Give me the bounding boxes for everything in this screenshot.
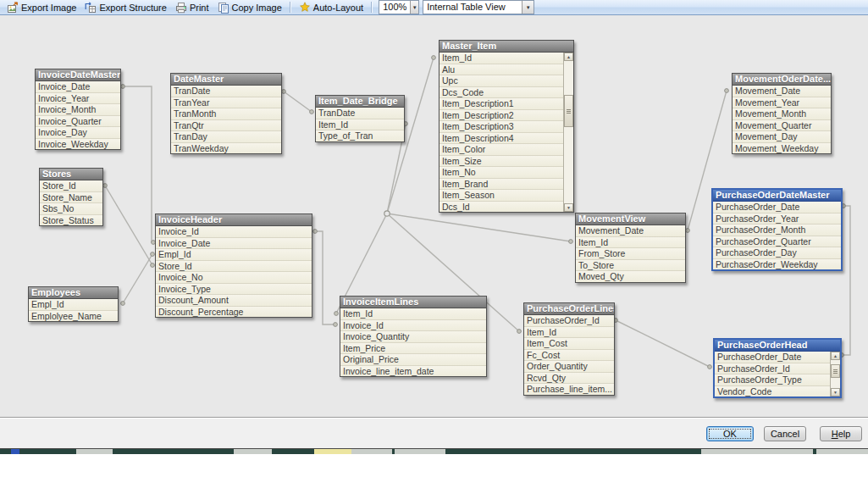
table-field[interactable]: Empl_Id <box>29 299 118 310</box>
table-title[interactable]: MovementOderDate... <box>733 74 831 86</box>
ok-button[interactable]: OK <box>706 426 754 441</box>
table-field[interactable]: PurchaseOrder_Weekday <box>713 258 841 270</box>
table-field[interactable]: Invoice_Date <box>156 237 312 249</box>
table-title[interactable]: Stores <box>40 169 102 180</box>
scroll-track[interactable] <box>831 360 840 388</box>
scroll-up-icon[interactable]: ▲ <box>564 53 573 61</box>
view-mode-select[interactable]: Internal Table View ▼ <box>423 0 534 14</box>
scroll-down-icon[interactable]: ▼ <box>831 388 840 396</box>
table-field[interactable]: Invoice_Month <box>36 103 120 115</box>
table-invoicedatemaster[interactable]: InvoiceDateMasterInvoice_DateInvoice_Yea… <box>35 69 121 150</box>
table-invoiceitemlines[interactable]: InvoiceItemLinesItem_IdInvoice_IdInvoice… <box>340 296 487 377</box>
table-field[interactable]: Item_Id <box>440 53 573 64</box>
scroll-down-icon[interactable]: ▼ <box>564 203 573 212</box>
table-field[interactable]: Type_of_Tran <box>316 130 404 141</box>
table-employees[interactable]: EmployeesEmpl_IdEmplolyee_Name <box>28 286 119 322</box>
table-field[interactable]: PurchaseOrder_Date <box>713 202 841 213</box>
table-field[interactable]: PurchaseOrder_Day <box>713 247 841 258</box>
table-field[interactable]: Movement_Day <box>733 130 831 142</box>
table-scrollbar[interactable]: ▲▼ <box>830 352 840 396</box>
table-field[interactable]: Item_Id <box>340 308 486 319</box>
table-field[interactable]: Dcs_Id <box>440 201 573 213</box>
table-field[interactable]: Item_Id <box>316 119 404 130</box>
table-field[interactable]: Invoice_Date <box>36 81 120 92</box>
scroll-thumb[interactable] <box>564 95 573 127</box>
table-field[interactable]: Invoice_Day <box>36 126 120 138</box>
table-field[interactable]: TranDate <box>171 86 281 97</box>
table-field[interactable]: Store_Id <box>156 260 312 272</box>
table-field[interactable]: Item_Description1 <box>440 97 573 109</box>
table-field[interactable]: TranDay <box>171 130 281 142</box>
table-field[interactable]: Invoice_Id <box>340 319 486 331</box>
table-field[interactable]: Dcs_Code <box>440 86 573 98</box>
scroll-up-icon[interactable]: ▲ <box>831 352 840 360</box>
table-field[interactable]: Item_Description4 <box>440 132 573 144</box>
table-field[interactable]: PurchaseOrder_Month <box>713 224 841 236</box>
table-field[interactable]: To_Store <box>576 259 685 271</box>
table-field[interactable]: Sbs_No <box>40 202 102 214</box>
table-field[interactable]: Invoice_Weekday <box>36 138 120 150</box>
table-title[interactable]: InvoiceItemLines <box>340 297 486 308</box>
table-field[interactable]: Purchase_line_item... <box>524 383 614 395</box>
table-purchaseorderlines[interactable]: PurchaseOrderLinesPurchaseOrder_IdItem_I… <box>523 302 615 396</box>
table-field[interactable]: Movement_Date <box>733 86 831 97</box>
table-field[interactable]: Movement_Month <box>733 108 831 119</box>
table-movementoderdate[interactable]: MovementOderDate...Movement_DateMovement… <box>732 73 832 154</box>
table-field[interactable]: TranWeekday <box>171 142 281 154</box>
scroll-thumb[interactable] <box>831 364 840 378</box>
table-purchaseoderdatemaster[interactable]: PurchaseOderDateMasterPurchaseOrder_Date… <box>711 188 843 271</box>
table-field[interactable]: Rcvd_Qty <box>524 372 614 384</box>
table-title[interactable]: InvoiceHeader <box>156 214 312 226</box>
table-field[interactable]: TranMonth <box>171 108 281 119</box>
table-field[interactable]: Discount_Amount <box>156 294 312 306</box>
table-field[interactable]: PurchaseOrder_Quarter <box>713 236 841 247</box>
table-field[interactable]: Empl_Id <box>156 248 312 260</box>
table-field[interactable]: Item_Id <box>576 236 685 248</box>
table-field[interactable]: Invoice_Id <box>156 226 312 237</box>
table-field[interactable]: PurchaseOrder_Year <box>713 213 841 225</box>
table-field[interactable]: TranYear <box>171 97 281 108</box>
table-title[interactable]: MovementView <box>576 214 685 225</box>
help-button[interactable]: Help <box>820 426 862 441</box>
table-field[interactable]: Item_Size <box>440 155 573 167</box>
table-field[interactable]: Movement_Date <box>576 225 685 236</box>
export-image-button[interactable]: Export Image <box>3 1 80 14</box>
table-field[interactable]: Item_Price <box>340 342 486 354</box>
table-field[interactable]: Store_Name <box>40 191 102 203</box>
table-title[interactable]: Master_Item <box>440 41 573 53</box>
table-field[interactable]: PurchaseOrder_Id <box>524 315 614 326</box>
table-invoiceheader[interactable]: InvoiceHeaderInvoice_IdInvoice_DateEmpl_… <box>155 214 312 318</box>
table-field[interactable]: Moved_Qty <box>576 270 685 282</box>
copy-image-button[interactable]: Copy Image <box>214 1 285 14</box>
table-title[interactable]: PurchaseOrderLines <box>524 303 614 315</box>
table-field[interactable]: Store_Id <box>40 180 102 191</box>
table-field[interactable]: Invoice_line_item_date <box>340 365 486 377</box>
table-field[interactable]: PurchaseOrder_Id <box>715 363 840 374</box>
table-field[interactable]: Movement_Quarter <box>733 119 831 131</box>
table-field[interactable]: Invoice_Quarter <box>36 115 120 127</box>
table-datemaster[interactable]: DateMasterTranDateTranYearTranMonthTranQ… <box>170 73 282 154</box>
table-field[interactable]: Item_Color <box>440 143 573 155</box>
zoom-select[interactable]: 100% ▼ <box>379 0 419 14</box>
table-field[interactable]: Order_Quantity <box>524 360 614 372</box>
table-field[interactable]: Item_Id <box>524 326 614 338</box>
table-title[interactable]: PurchaseOrderHead <box>715 340 840 352</box>
table-field[interactable]: Item_Description2 <box>440 109 573 121</box>
table-item-date-bridge[interactable]: Item_Date_BridgeTranDateItem_IdType_of_T… <box>315 95 405 142</box>
print-button[interactable]: Print <box>172 1 213 14</box>
table-title[interactable]: Employees <box>29 287 118 299</box>
table-field[interactable]: Emplolyee_Name <box>29 310 118 322</box>
table-movementview[interactable]: MovementViewMovement_DateItem_IdFrom_Sto… <box>575 213 686 283</box>
chevron-down-icon[interactable]: ▼ <box>410 1 418 14</box>
table-master-item[interactable]: Master_ItemItem_IdAluUpcDcs_CodeItem_Des… <box>439 40 574 213</box>
table-field[interactable]: TranQtr <box>171 119 281 131</box>
table-field[interactable]: PurchaseOrder_Date <box>715 352 840 363</box>
table-field[interactable]: Movement_Year <box>733 97 831 108</box>
table-field[interactable]: Item_Description3 <box>440 120 573 132</box>
table-title[interactable]: PurchaseOderDateMaster <box>713 190 841 202</box>
table-field[interactable]: Item_Cost <box>524 337 614 349</box>
auto-layout-button[interactable]: Auto-Layout <box>296 1 367 14</box>
table-field[interactable]: Invoice_Year <box>36 92 120 104</box>
table-field[interactable]: Original_Price <box>340 353 486 365</box>
table-field[interactable]: Invoice_Quantity <box>340 330 486 342</box>
